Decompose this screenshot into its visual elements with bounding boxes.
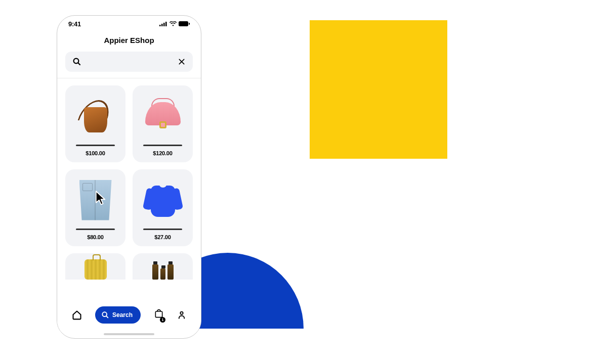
cart-icon[interactable]: 1	[154, 309, 164, 321]
svg-rect-3	[165, 22, 167, 26]
svg-rect-1	[161, 24, 163, 26]
svg-rect-5	[189, 23, 190, 25]
search-tab[interactable]: Search	[95, 306, 141, 324]
product-image	[70, 174, 120, 225]
product-grid: $100.00 $120.00 $80.00 $27.00	[57, 85, 201, 300]
product-image	[152, 264, 174, 280]
product-card-bottles[interactable]	[133, 253, 193, 280]
svg-line-11	[106, 316, 108, 317]
status-bar: 9:41	[57, 16, 201, 32]
product-price: $100.00	[86, 150, 105, 156]
svg-rect-0	[159, 25, 161, 26]
product-price: $120.00	[153, 150, 172, 156]
product-price: $80.00	[87, 234, 103, 240]
product-card-blue-shirt[interactable]: $27.00	[133, 169, 193, 246]
card-underline	[76, 229, 115, 230]
product-card-jeans[interactable]: $80.00	[65, 169, 125, 246]
status-time: 9:41	[68, 20, 81, 28]
card-underline	[76, 145, 115, 146]
battery-icon	[179, 21, 190, 26]
product-price: $27.00	[154, 234, 171, 240]
page-title: Appier EShop	[57, 36, 201, 44]
status-icons	[159, 21, 190, 26]
profile-icon[interactable]	[177, 310, 186, 320]
product-image	[70, 90, 120, 142]
product-card-luggage[interactable]	[65, 253, 125, 280]
product-card-brown-bag[interactable]: $100.00	[65, 85, 125, 162]
card-underline	[143, 145, 182, 146]
svg-rect-4	[179, 21, 188, 26]
product-image	[85, 259, 107, 280]
signal-icon	[159, 21, 167, 26]
product-card-pink-bag[interactable]: $120.00	[133, 85, 193, 162]
phone-mockup: 9:41 Appier EShop $100.00 $120.00	[57, 15, 201, 339]
home-indicator	[104, 333, 154, 335]
decorative-yellow-square	[310, 20, 447, 159]
search-tab-label: Search	[112, 311, 133, 318]
search-input[interactable]	[65, 52, 193, 72]
product-image	[138, 90, 188, 142]
search-icon	[72, 57, 81, 66]
home-icon[interactable]	[72, 310, 82, 320]
wifi-icon	[170, 21, 177, 26]
svg-rect-2	[163, 23, 165, 26]
divider	[57, 78, 201, 78]
card-underline	[143, 229, 182, 230]
cart-badge: 1	[160, 317, 165, 323]
bottom-nav: Search 1	[57, 300, 201, 333]
svg-line-7	[78, 63, 80, 65]
clear-icon[interactable]	[178, 58, 186, 66]
svg-point-13	[180, 312, 183, 314]
product-image	[138, 174, 188, 225]
search-icon	[101, 311, 109, 319]
svg-rect-12	[155, 311, 162, 317]
